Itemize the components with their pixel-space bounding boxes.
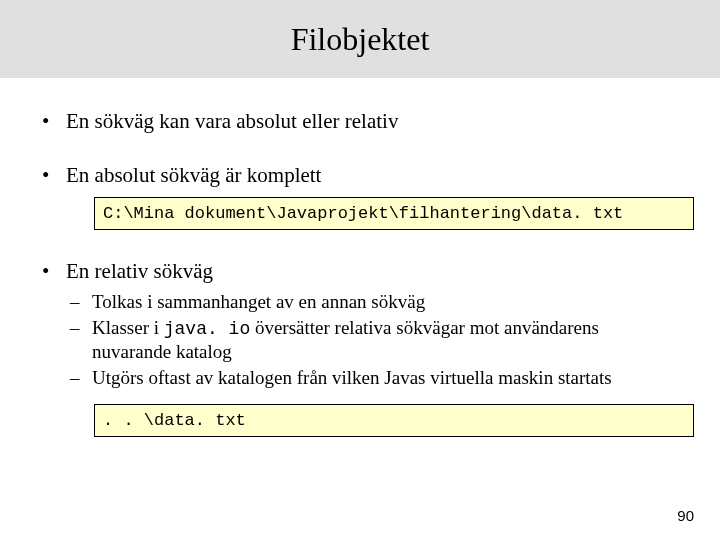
bullet-text-2: En absolut sökväg är komplett <box>66 163 321 187</box>
code-box-relative: . . \data. txt <box>94 404 694 437</box>
slide-content: En sökväg kan vara absolut eller relativ… <box>0 78 720 437</box>
sub-bullet-list: Tolkas i sammanhanget av en annan sökväg… <box>66 290 682 390</box>
bullet-item-3: En relativ sökväg Tolkas i sammanhanget … <box>38 258 682 437</box>
bullet-list: En sökväg kan vara absolut eller relativ… <box>38 108 682 437</box>
inline-code-javaio: java. io <box>164 319 250 339</box>
bullet-text-3: En relativ sökväg <box>66 259 213 283</box>
page-number: 90 <box>677 507 694 524</box>
bullet-text-1: En sökväg kan vara absolut eller relativ <box>66 109 398 133</box>
sub-item-2: Klasser i java. io översätter relativa s… <box>66 316 682 364</box>
bullet-item-1: En sökväg kan vara absolut eller relativ <box>38 108 682 134</box>
sub-text-2a: Klasser i <box>92 317 164 338</box>
code-box-absolute: C:\Mina dokument\Javaprojekt\filhanterin… <box>94 197 694 230</box>
sub-item-3: Utgörs oftast av katalogen från vilken J… <box>66 366 682 390</box>
title-band: Filobjektet <box>0 0 720 78</box>
bullet-item-2: En absolut sökväg är komplett C:\Mina do… <box>38 162 682 230</box>
sub-item-1: Tolkas i sammanhanget av en annan sökväg <box>66 290 682 314</box>
sub-text-3: Utgörs oftast av katalogen från vilken J… <box>92 367 612 388</box>
slide-title: Filobjektet <box>291 21 430 58</box>
sub-text-1: Tolkas i sammanhanget av en annan sökväg <box>92 291 425 312</box>
